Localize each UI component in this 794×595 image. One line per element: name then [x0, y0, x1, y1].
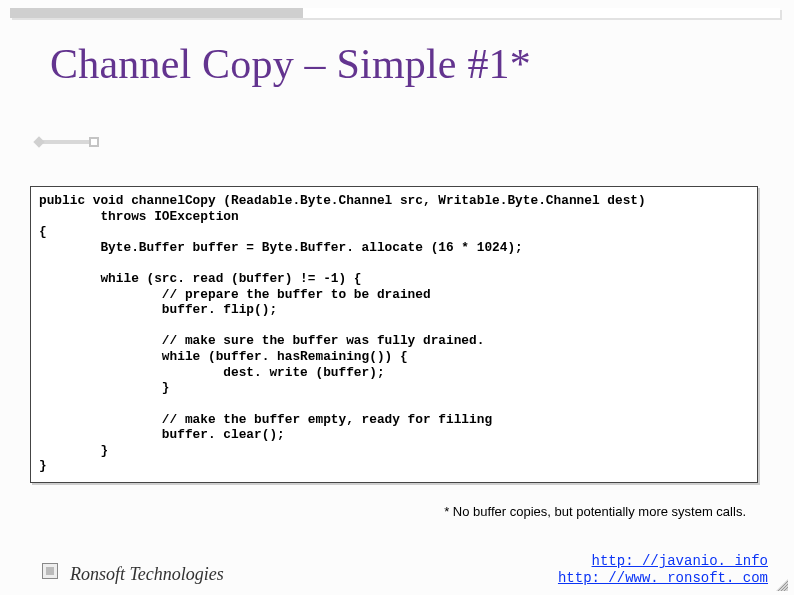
footer-bullet-icon	[42, 563, 58, 579]
slide-title: Channel Copy – Simple #1*	[50, 40, 531, 88]
footnote-text: * No buffer copies, but potentially more…	[444, 504, 746, 519]
code-box: public void channelCopy (Readable.Byte.C…	[30, 186, 758, 483]
code-content: public void channelCopy (Readable.Byte.C…	[39, 193, 749, 474]
footer-company: Ronsoft Technologies	[70, 564, 224, 585]
page-corner-icon	[776, 579, 788, 591]
slide: Channel Copy – Simple #1* public void ch…	[0, 0, 794, 595]
footer-link-ronsoft[interactable]: http: //www. ronsoft. com	[558, 570, 768, 586]
footer-links: http: //javanio. info http: //www. ronso…	[558, 553, 768, 587]
top-decor-bar	[10, 8, 780, 18]
title-underline-decor	[40, 140, 95, 144]
footer-link-javanio[interactable]: http: //javanio. info	[592, 553, 768, 569]
